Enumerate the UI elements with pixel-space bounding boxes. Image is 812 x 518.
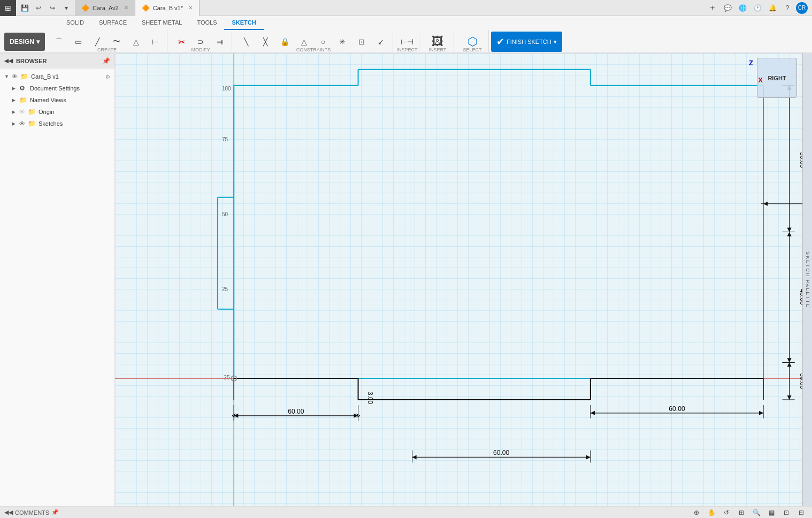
undo-redo-group: 💾 ↩ ↪ ▾ (18, 2, 73, 14)
collapse-icon[interactable]: ◀◀ (4, 509, 13, 516)
tab-icon: 🔶 (81, 4, 89, 12)
finish-check-icon: ✔ (496, 36, 504, 48)
tab-tools[interactable]: TOOLS (189, 16, 224, 30)
user-avatar[interactable]: CR (796, 2, 808, 14)
svg-marker-44 (787, 227, 792, 232)
clock-button[interactable]: 🕐 (751, 2, 764, 14)
svg-text:60.00: 60.00 (669, 405, 685, 413)
app-grid-button[interactable]: ⊞ (0, 0, 16, 16)
modify-group: ✂ ⊃ ⫥ MODIFY (170, 30, 232, 54)
z-axis-label: Z (749, 59, 753, 67)
svg-marker-49 (787, 232, 792, 236)
svg-text:60.00: 60.00 (288, 408, 304, 415)
view-cube[interactable]: RIGHT (757, 58, 797, 98)
constraints-group: ╲ ╳ 🔒 △ ○ ✳ ⊡ ↙ CONSTRAINTS (234, 30, 393, 54)
folder-icon: 📁 (28, 120, 36, 127)
tree-item-docsettings[interactable]: ▶ ⚙ Document Settings (0, 82, 114, 94)
toolbar-tools-row: DESIGN ▾ ⌒ ▭ ╱ 〜 △ ⊢ CREATE ✂ ⊃ ⫥ MODIFY… (0, 30, 812, 54)
create-group-label: CREATE (47, 47, 167, 52)
redo-button[interactable]: ↪ (46, 2, 59, 14)
browser-label: BROWSER (16, 58, 47, 64)
select-group-label: SELECT (456, 47, 488, 52)
globe-button[interactable]: 🌐 (736, 2, 749, 14)
navigate-tool-button[interactable]: ⊕ (690, 508, 703, 517)
svg-marker-35 (591, 411, 595, 415)
sketch-palette-label: SKETCH PALETTE (805, 252, 810, 308)
tree-item-root[interactable]: ▼ 👁 📁 Cara_B v1 ⚙ (0, 71, 114, 82)
design-dropdown-button[interactable]: DESIGN ▾ (4, 33, 45, 51)
svg-marker-30 (586, 455, 591, 459)
tab-label: Cara_B v1* (153, 5, 183, 11)
tab-solid[interactable]: SOLID (59, 16, 91, 30)
tree-item-namedviews[interactable]: ▶ 📁 Named Views (0, 94, 114, 106)
tab-sketch[interactable]: SKETCH (224, 16, 263, 30)
bottom-bar: ◀◀ COMMENTS 📌 ⊕ ✋ ↺ ⊞ 🔍 ▦ ⊡ ⊟ (0, 506, 812, 518)
eye-icon[interactable]: 👁 (12, 73, 19, 80)
folder-icon: 📁 (20, 73, 29, 80)
sketch-palette-tab[interactable]: SKETCH PALETTE (802, 54, 812, 506)
browser-pin-button[interactable]: 📌 (102, 57, 110, 65)
pin-icon[interactable]: 📌 (51, 509, 59, 516)
comments-section: ◀◀ COMMENTS 📌 (4, 509, 59, 516)
undo-button[interactable]: ↩ (32, 2, 45, 14)
view-cube-label: RIGHT (768, 75, 786, 81)
tree-item-label: Named Views (30, 97, 110, 103)
tree-arrow-icon: ▶ (12, 121, 19, 126)
tree-item-sketches[interactable]: ▶ 👁 📁 Sketches (0, 118, 114, 130)
eye-icon[interactable]: 👁 (19, 120, 27, 127)
tree-arrow-icon: ▶ (12, 86, 19, 91)
tab-cara-av2[interactable]: 🔶 Cara_Av2 ✕ (75, 0, 135, 16)
folder-icon: 📁 (19, 96, 28, 104)
svg-marker-29 (412, 455, 417, 459)
browser-collapse-button[interactable]: ◀◀ (4, 58, 13, 64)
orbit-tool-button[interactable]: ↺ (720, 508, 733, 517)
fit-view-button[interactable]: ⊞ (735, 508, 748, 517)
tree-item-label: Cara_B v1 (31, 73, 105, 80)
canvas-area[interactable]: 100 75 50 25 -25 (115, 54, 812, 506)
display-settings-button[interactable]: ▦ (765, 508, 778, 517)
svg-marker-36 (759, 411, 763, 415)
more-button[interactable]: ▾ (60, 2, 73, 14)
create-group: ⌒ ▭ ╱ 〜 △ ⊢ CREATE (47, 30, 167, 54)
notification-button[interactable]: 🔔 (766, 2, 779, 14)
select-group: ⬡ SELECT (456, 30, 489, 54)
sketch-display-button[interactable]: ⊟ (795, 508, 808, 517)
finish-sketch-button[interactable]: ✔ FINISH SKETCH ▾ (491, 32, 562, 52)
tab-cara-b[interactable]: 🔶 Cara_B v1* ✕ (135, 0, 200, 16)
inspect-group-label: INSPECT (395, 47, 419, 52)
comments-label: COMMENTS (15, 509, 49, 516)
tree-arrow-icon: ▼ (4, 74, 12, 79)
tab-surface[interactable]: SURFACE (91, 16, 134, 30)
svg-text:3.00: 3.00 (366, 392, 374, 405)
help-button[interactable]: ? (781, 2, 794, 14)
eye-icon[interactable]: 👁 (19, 109, 27, 115)
sketch-canvas[interactable]: 60.00 60.00 60.00 30.00 (115, 54, 812, 506)
tab-close-button[interactable]: ✕ (188, 5, 193, 11)
design-chevron-icon: ▾ (36, 38, 40, 45)
inspect-group: ⊢⊣ INSPECT (395, 30, 419, 54)
finish-chevron-icon: ▾ (554, 39, 557, 45)
design-label: DESIGN (10, 38, 34, 45)
tree-item-label: Sketches (39, 120, 110, 127)
svg-text:60.00: 60.00 (493, 450, 510, 457)
x-axis-label: X (758, 76, 763, 84)
title-bar: ⊞ 💾 ↩ ↪ ▾ 🔶 Cara_Av2 ✕ 🔶 Cara_B v1* ✕ + … (0, 0, 812, 16)
svg-marker-59 (763, 202, 768, 206)
save-button[interactable]: 💾 (18, 2, 31, 14)
view-tools: ⊕ ✋ ↺ ⊞ 🔍 ▦ ⊡ ⊟ (690, 508, 808, 517)
new-tab-button[interactable]: + (706, 2, 719, 14)
settings-icon[interactable]: ⚙ (105, 74, 110, 80)
modify-group-label: MODIFY (170, 47, 232, 52)
toolbar-tab-bar: SOLID SURFACE SHEET METAL TOOLS SKETCH (0, 16, 812, 30)
tab-label: Cara_Av2 (93, 5, 119, 11)
tab-sheetmetal[interactable]: SHEET METAL (134, 16, 189, 30)
grid-settings-button[interactable]: ⊡ (780, 508, 793, 517)
tab-close-button[interactable]: ✕ (124, 5, 128, 11)
tree-item-origin[interactable]: ▶ 👁 📁 Origin (0, 106, 114, 118)
chat-button[interactable]: 💬 (721, 2, 734, 14)
pan-tool-button[interactable]: ✋ (705, 508, 718, 517)
svg-marker-50 (787, 358, 792, 362)
zoom-tool-button[interactable]: 🔍 (750, 508, 763, 517)
constraints-group-label: CONSTRAINTS (234, 47, 393, 52)
browser-tree: ▼ 👁 📁 Cara_B v1 ⚙ ▶ ⚙ Document Settings … (0, 68, 114, 506)
